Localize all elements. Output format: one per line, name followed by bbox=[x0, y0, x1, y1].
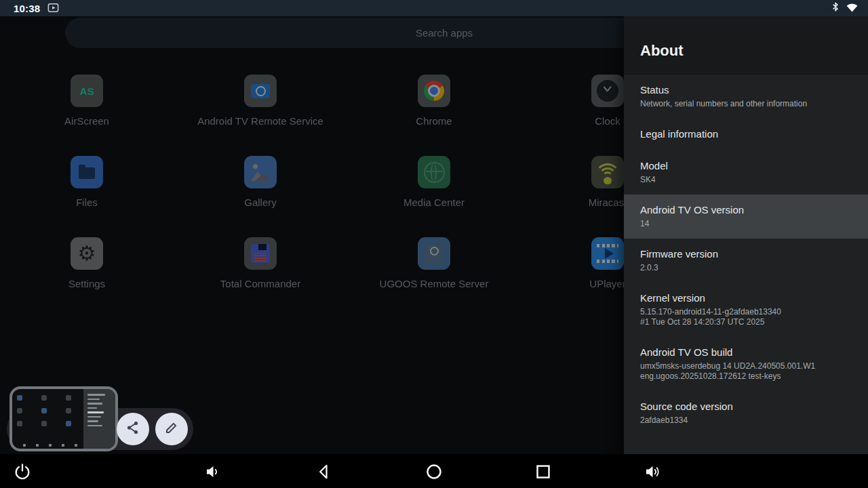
app-files[interactable]: Files bbox=[0, 152, 174, 233]
app-android-tv-remote[interactable]: Android TV Remote Service bbox=[174, 70, 347, 152]
power-icon[interactable] bbox=[13, 462, 32, 481]
back-icon[interactable] bbox=[315, 462, 334, 481]
total-commander-icon bbox=[244, 237, 277, 270]
wifi-icon bbox=[846, 1, 859, 16]
share-icon bbox=[125, 420, 141, 439]
ugoos-remote-server-icon bbox=[418, 237, 450, 270]
about-item-legal-information[interactable]: Legal information bbox=[624, 119, 868, 150]
app-grid: ASAirScreenAndroid TV Remote ServiceChro… bbox=[0, 70, 694, 314]
app-label: Media Center bbox=[403, 197, 465, 208]
about-item-android-tv-os-version[interactable]: Android TV OS version14 bbox=[624, 195, 868, 239]
app-label: Miracast bbox=[589, 197, 627, 208]
about-item-firmware-version[interactable]: Firmware version2.0.3 bbox=[624, 239, 868, 283]
app-label: Gallery bbox=[244, 197, 277, 208]
app-ugoos-remote-server[interactable]: UGOOS Remote Server bbox=[347, 233, 521, 314]
about-item-source-code-version[interactable]: Source code version2afdaeb1334 bbox=[624, 391, 868, 435]
about-item-label: Firmware version bbox=[640, 247, 852, 261]
recents-icon[interactable] bbox=[534, 462, 553, 481]
edit-button[interactable] bbox=[155, 413, 188, 445]
app-label: Clock bbox=[595, 115, 620, 127]
about-item-sub: SK4 bbox=[640, 175, 852, 185]
android-tv-remote-icon bbox=[244, 75, 277, 107]
home-icon[interactable] bbox=[425, 462, 443, 481]
edit-pencil-icon bbox=[163, 420, 180, 439]
miracast-icon bbox=[591, 156, 624, 188]
airscreen-icon: AS bbox=[71, 75, 103, 107]
screen-record-icon bbox=[47, 2, 60, 14]
about-item-sub: 14 bbox=[640, 219, 852, 229]
about-item-label: Android TV OS build bbox=[640, 345, 852, 359]
app-total-commander[interactable]: Total Commander bbox=[174, 233, 347, 314]
settings-icon: ⚙ bbox=[71, 237, 103, 270]
chrome-icon bbox=[418, 75, 450, 107]
screenshot-thumbnail[interactable] bbox=[9, 386, 118, 451]
app-label: Android TV Remote Service bbox=[197, 115, 323, 127]
about-list: StatusNetwork, serial numbers and other … bbox=[624, 75, 868, 435]
about-item-label: Source code version bbox=[640, 399, 852, 413]
about-panel: About StatusNetwork, serial numbers and … bbox=[624, 16, 868, 454]
app-media-center[interactable]: Media Center bbox=[347, 152, 521, 233]
about-panel-header: About bbox=[624, 16, 868, 75]
app-label: Chrome bbox=[416, 115, 452, 127]
media-center-icon bbox=[418, 156, 450, 188]
about-item-android-tv-os-build[interactable]: Android TV OS buildumx5msks-userdebug 14… bbox=[624, 337, 868, 391]
uplayer-icon bbox=[591, 237, 624, 270]
about-item-status[interactable]: StatusNetwork, serial numbers and other … bbox=[624, 75, 868, 119]
files-icon bbox=[71, 156, 103, 188]
clock-time: 10:38 bbox=[14, 3, 40, 14]
about-item-kernel-version[interactable]: Kernel version5.15.170-android14-11-g2af… bbox=[624, 283, 868, 337]
panel-title: About bbox=[640, 42, 868, 60]
app-gallery[interactable]: Gallery bbox=[174, 152, 347, 233]
clock-icon bbox=[591, 75, 624, 107]
app-chrome[interactable]: Chrome bbox=[347, 70, 521, 152]
app-label: Total Commander bbox=[220, 278, 300, 289]
about-item-model[interactable]: ModelSK4 bbox=[624, 150, 868, 195]
gallery-icon bbox=[244, 156, 277, 188]
about-item-label: Android TV OS version bbox=[640, 203, 852, 217]
about-item-label: Status bbox=[640, 83, 852, 97]
status-bar: 10:38 bbox=[0, 0, 868, 16]
app-label: UPlayer bbox=[589, 278, 625, 289]
volume-up-icon[interactable] bbox=[644, 462, 663, 481]
about-item-label: Legal information bbox=[640, 127, 852, 141]
app-label: AirScreen bbox=[64, 115, 109, 127]
app-settings[interactable]: ⚙Settings bbox=[0, 233, 174, 314]
app-airscreen[interactable]: ASAirScreen bbox=[0, 70, 174, 152]
app-label: Settings bbox=[68, 278, 105, 289]
about-item-label: Kernel version bbox=[640, 291, 852, 305]
about-item-sub: 2.0.3 bbox=[640, 263, 852, 273]
search-placeholder: Search apps bbox=[416, 27, 473, 39]
bluetooth-icon bbox=[830, 1, 841, 16]
app-label: UGOOS Remote Server bbox=[380, 278, 489, 289]
share-button[interactable] bbox=[117, 413, 149, 445]
about-item-sub: umx5msks-userdebug 14 UD2A.240505.001.W1… bbox=[640, 361, 852, 382]
about-item-label: Model bbox=[640, 159, 852, 173]
about-item-sub: 5.15.170-android14-11-g2afdaeb13340 #1 T… bbox=[640, 307, 852, 327]
volume-down-icon[interactable] bbox=[203, 462, 222, 481]
about-item-sub: 2afdaeb1334 bbox=[640, 415, 852, 426]
app-label: Files bbox=[76, 197, 98, 208]
about-item-sub: Network, serial numbers and other inform… bbox=[640, 99, 852, 109]
